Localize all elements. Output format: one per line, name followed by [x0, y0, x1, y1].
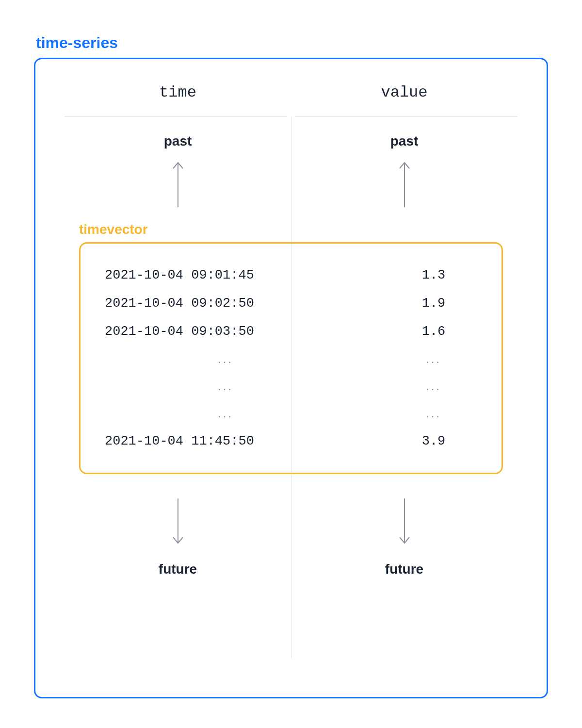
arrow-up-icon: [171, 159, 185, 207]
divider-left: [65, 116, 287, 116]
time-series-box: time value past past timevector 2021-10-…: [34, 58, 548, 698]
cell-value: 1.3: [385, 268, 482, 282]
ellipsis-row: ... ...: [100, 380, 482, 393]
future-label-time: future: [65, 562, 291, 577]
timevector-box: 2021-10-04 09:01:45 1.3 2021-10-04 09:02…: [79, 242, 503, 474]
header-time: time: [65, 83, 291, 101]
past-row: past past: [65, 133, 517, 149]
future-row: future future: [65, 562, 517, 577]
ellipsis-value: ...: [385, 380, 482, 393]
arrow-down-value: [291, 498, 517, 547]
divider-row: [65, 116, 517, 116]
ellipsis-time: ...: [100, 407, 385, 420]
cell-value: 3.9: [385, 434, 482, 448]
past-label-value: past: [291, 133, 517, 149]
outer-title: time-series: [36, 34, 548, 52]
ellipsis-time: ...: [100, 352, 385, 366]
arrow-up-time: [65, 159, 291, 207]
ellipsis-value: ...: [385, 407, 482, 420]
ellipsis-row: ... ...: [100, 407, 482, 420]
ellipsis-time: ...: [100, 380, 385, 393]
header-row: time value: [65, 83, 517, 109]
arrow-up-value: [291, 159, 517, 207]
future-label-value: future: [291, 562, 517, 577]
past-label-time: past: [65, 133, 291, 149]
ellipsis-row: ... ...: [100, 352, 482, 366]
arrow-down-time: [65, 498, 291, 547]
arrow-down-icon: [397, 498, 412, 547]
inner-title: timevector: [79, 222, 517, 237]
table-row: 2021-10-04 09:01:45 1.3: [100, 268, 482, 282]
arrow-down-row: [65, 498, 517, 547]
ellipsis-value: ...: [385, 352, 482, 366]
cell-time: 2021-10-04 09:03:50: [100, 324, 385, 339]
cell-value: 1.6: [385, 324, 482, 339]
arrow-up-row: [65, 159, 517, 207]
cell-value: 1.9: [385, 296, 482, 311]
table-row: 2021-10-04 09:02:50 1.9: [100, 296, 482, 311]
table-row: 2021-10-04 09:03:50 1.6: [100, 324, 482, 339]
cell-time: 2021-10-04 09:01:45: [100, 268, 385, 282]
cell-time: 2021-10-04 11:45:50: [100, 434, 385, 448]
arrow-up-icon: [397, 159, 412, 207]
cell-time: 2021-10-04 09:02:50: [100, 296, 385, 311]
divider-right: [295, 116, 517, 116]
table-row: 2021-10-04 11:45:50 3.9: [100, 434, 482, 448]
arrow-down-icon: [171, 498, 185, 547]
header-value: value: [291, 83, 517, 101]
